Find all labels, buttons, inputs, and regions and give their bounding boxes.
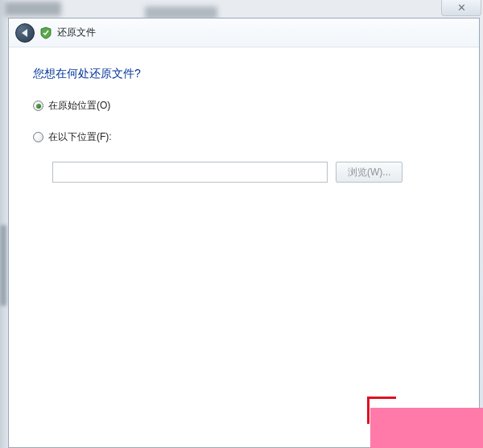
window-left-edge	[0, 0, 8, 448]
path-row: 浏览(W)...	[52, 162, 455, 183]
radio-icon	[33, 132, 43, 142]
back-button[interactable]	[15, 23, 35, 43]
radio-label: 在以下位置(F):	[48, 130, 112, 144]
background-blur-text	[5, 2, 61, 16]
radio-label: 在原始位置(O)	[48, 99, 110, 113]
back-arrow-icon	[22, 29, 27, 37]
close-icon: ✕	[457, 2, 466, 13]
dialog-heading: 您想在何处还原文件?	[33, 67, 455, 81]
restore-icon	[39, 27, 52, 39]
dialog-body: 您想在何处还原文件? 在原始位置(O) 在以下位置(F): 浏览(W)...	[9, 47, 479, 447]
radio-following-location[interactable]: 在以下位置(F):	[33, 130, 455, 144]
radio-icon	[33, 101, 43, 111]
browse-button[interactable]: 浏览(W)...	[336, 162, 402, 183]
dialog-title: 还原文件	[57, 26, 96, 39]
radio-original-location[interactable]: 在原始位置(O)	[33, 99, 455, 113]
dialog-header: 还原文件	[9, 18, 479, 47]
window-close-button[interactable]: ✕	[441, 0, 481, 16]
window-left-shadow	[0, 225, 6, 306]
background-window: ✕ 还原文件 您想在何处还原文件? 在原始位置(O) 在以下位	[0, 0, 483, 448]
restore-files-dialog: 还原文件 您想在何处还原文件? 在原始位置(O) 在以下位置(F): 浏览(W)…	[8, 18, 480, 448]
path-input[interactable]	[52, 162, 328, 183]
watermark-border	[367, 397, 396, 424]
